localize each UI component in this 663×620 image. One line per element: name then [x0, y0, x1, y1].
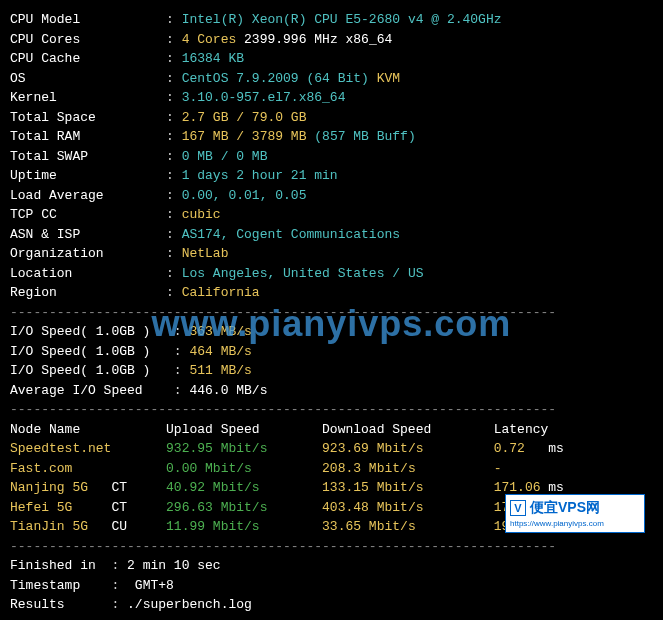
divider: ----------------------------------------…: [10, 303, 653, 323]
row-total-ram: Total RAM : 167 MB / 3789 MB (857 MB Buf…: [10, 127, 653, 147]
label: OS: [10, 71, 26, 86]
row-kernel: Kernel : 3.10.0-957.el7.x86_64: [10, 88, 653, 108]
row-region: Region : California: [10, 283, 653, 303]
label: Results: [10, 597, 65, 612]
value-buff: (857 MB Buff): [314, 129, 415, 144]
value: ./superbench.log: [127, 597, 252, 612]
value: 1 days 2 hour 21 min: [182, 168, 338, 183]
label: Region: [10, 285, 57, 300]
value-ram: 167 MB / 3789 MB: [182, 129, 307, 144]
divider: ----------------------------------------…: [10, 537, 653, 557]
value: Intel(R) Xeon(R) CPU E5-2680 v4 @ 2.40GH…: [182, 12, 502, 27]
value: 464 MB/s: [189, 344, 251, 359]
label: I/O Speed( 1.0GB ): [10, 363, 150, 378]
label: CPU Model: [10, 12, 80, 27]
label: CPU Cores: [10, 32, 80, 47]
value-arch: x86_64: [346, 32, 393, 47]
row-asn-isp: ASN & ISP : AS174, Cogent Communications: [10, 225, 653, 245]
value-cores: 4 Cores: [182, 32, 237, 47]
divider: ----------------------------------------…: [10, 615, 653, 621]
label: Location: [10, 266, 72, 281]
value: California: [182, 285, 260, 300]
row-io-3: I/O Speed( 1.0GB ) : 511 MB/s: [10, 361, 653, 381]
label: I/O Speed( 1.0GB ): [10, 324, 150, 339]
value: 2 min 10 sec: [127, 558, 221, 573]
row-location: Location : Los Angeles, United States / …: [10, 264, 653, 284]
label: Load Average: [10, 188, 104, 203]
value: 0 MB / 0 MB: [182, 149, 268, 164]
row-tcp-cc: TCP CC : cubic: [10, 205, 653, 225]
value: 2.7 GB / 79.0 GB: [182, 110, 307, 125]
value: 3.10.0-957.el7.x86_64: [182, 90, 346, 105]
row-uptime: Uptime : 1 days 2 hour 21 min: [10, 166, 653, 186]
label: Average I/O Speed: [10, 383, 143, 398]
value: NetLab: [182, 246, 229, 261]
speedtest-header: Node Name Upload Speed Download Speed La…: [10, 420, 653, 440]
value: GMT+8: [135, 578, 174, 593]
label: Total SWAP: [10, 149, 88, 164]
row-load-avg: Load Average : 0.00, 0.01, 0.05: [10, 186, 653, 206]
speedtest-table: Node Name Upload Speed Download Speed La…: [10, 420, 653, 537]
row-io-avg: Average I/O Speed : 446.0 MB/s: [10, 381, 653, 401]
label: Organization: [10, 246, 104, 261]
label: CPU Cache: [10, 51, 80, 66]
row-cpu-model: CPU Model : Intel(R) Xeon(R) CPU E5-2680…: [10, 10, 653, 30]
value-freq: 2399.996 MHz: [244, 32, 338, 47]
speedtest-row: Speedtest.net 932.95 Mbit/s 923.69 Mbit/…: [10, 439, 653, 459]
speedtest-row: Nanjing 5G CT 40.92 Mbit/s 133.15 Mbit/s…: [10, 478, 653, 498]
row-cpu-cache: CPU Cache : 16384 KB: [10, 49, 653, 69]
value: 16384 KB: [182, 51, 244, 66]
speedtest-row: Hefei 5G CT 296.63 Mbit/s 403.48 Mbit/s …: [10, 498, 653, 518]
value-os: CentOS 7.9.2009 (64 Bit): [182, 71, 369, 86]
label: Total RAM: [10, 129, 80, 144]
value-virt: KVM: [377, 71, 400, 86]
value: cubic: [182, 207, 221, 222]
value: 363 MB/s: [189, 324, 251, 339]
label: Finished in: [10, 558, 96, 573]
row-total-swap: Total SWAP : 0 MB / 0 MB: [10, 147, 653, 167]
row-finished: Finished in : 2 min 10 sec: [10, 556, 653, 576]
row-io-1: I/O Speed( 1.0GB ) : 363 MB/s: [10, 322, 653, 342]
value: 511 MB/s: [189, 363, 251, 378]
label: TCP CC: [10, 207, 57, 222]
label: Kernel: [10, 90, 57, 105]
label: Timestamp: [10, 578, 80, 593]
row-total-space: Total Space : 2.7 GB / 79.0 GB: [10, 108, 653, 128]
label: Uptime: [10, 168, 57, 183]
label: Total Space: [10, 110, 96, 125]
label: I/O Speed( 1.0GB ): [10, 344, 150, 359]
row-cpu-cores: CPU Cores : 4 Cores 2399.996 MHz x86_64: [10, 30, 653, 50]
row-io-2: I/O Speed( 1.0GB ) : 464 MB/s: [10, 342, 653, 362]
row-timestamp: Timestamp : GMT+8: [10, 576, 653, 596]
value: Los Angeles, United States / US: [182, 266, 424, 281]
speedtest-row: Fast.com 0.00 Mbit/s 208.3 Mbit/s -: [10, 459, 653, 479]
row-organization: Organization : NetLab: [10, 244, 653, 264]
row-os: OS : CentOS 7.9.2009 (64 Bit) KVM: [10, 69, 653, 89]
speedtest-row: TianJin 5G CU 11.99 Mbit/s 33.65 Mbit/s …: [10, 517, 653, 537]
label: ASN & ISP: [10, 227, 80, 242]
row-results: Results : ./superbench.log: [10, 595, 653, 615]
value: AS174, Cogent Communications: [182, 227, 400, 242]
divider: ----------------------------------------…: [10, 400, 653, 420]
value: 446.0 MB/s: [189, 383, 267, 398]
value: 0.00, 0.01, 0.05: [182, 188, 307, 203]
